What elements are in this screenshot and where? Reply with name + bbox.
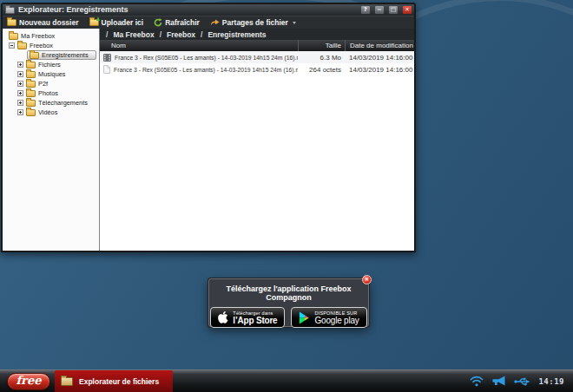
file-date: 14/03/2019 14:16:00 — [345, 54, 414, 62]
breadcrumb-separator: / — [106, 30, 108, 39]
column-header-nom[interactable]: Nom — [100, 40, 298, 51]
new-folder-button[interactable]: Nouveau dossier — [7, 18, 79, 27]
expand-icon[interactable] — [17, 90, 23, 96]
collapse-icon[interactable] — [9, 42, 15, 49]
help-button[interactable]: ? — [361, 6, 370, 14]
breadcrumb-separator: / — [160, 30, 161, 39]
breadcrumb-freebox[interactable]: Freebox — [167, 30, 195, 39]
tree-item-enregistrements[interactable]: Enregistrements — [3, 50, 99, 60]
folder-icon — [26, 71, 36, 78]
freebox-compagnon-popup: ✕ Téléchargez l'application Freebox Comp… — [208, 278, 369, 327]
expand-icon[interactable] — [17, 71, 23, 77]
refresh-button[interactable]: Rafraîchir — [154, 18, 200, 27]
file-size: 6.3 Mo — [298, 54, 345, 62]
minimize-button[interactable]: − — [375, 6, 384, 14]
share-icon — [210, 19, 220, 26]
main-panel: / Ma Freebox / Freebox / Enregistrements… — [100, 29, 414, 251]
popup-close-icon[interactable]: ✕ — [362, 275, 372, 284]
folder-icon — [9, 33, 18, 40]
expand-icon[interactable] — [17, 81, 23, 87]
tree-item-freebox[interactable]: Freebox — [3, 41, 99, 50]
window-titlebar[interactable]: Explorateur: Enregistrements ? − □ ✕ — [3, 4, 414, 16]
usb-icon[interactable] — [514, 376, 530, 387]
chevron-down-icon — [293, 22, 296, 24]
apple-icon — [218, 311, 228, 323]
breadcrumb-ma-freebox[interactable]: Ma Freebox — [113, 30, 154, 39]
table-row[interactable]: France 3 - Rex (S05E05 - Les amants) - 1… — [100, 51, 414, 63]
folder-icon — [17, 42, 27, 49]
wifi-icon[interactable] — [470, 376, 484, 387]
close-button[interactable]: ✕ — [403, 6, 412, 14]
file-icon — [103, 65, 110, 74]
table-header: Nom Taille Date de modification — [100, 40, 414, 51]
store-badges: Télécharger dans l’App Store DISPONIBLE … — [209, 307, 368, 328]
folder-icon — [26, 90, 36, 97]
window-title: Explorateur: Enregistrements — [18, 4, 356, 16]
upload-icon — [89, 19, 99, 26]
expand-icon[interactable] — [17, 62, 23, 68]
film-icon — [103, 54, 111, 62]
expand-icon[interactable] — [17, 100, 23, 106]
explorer-window: Explorateur: Enregistrements ? − □ ✕ Nou… — [1, 3, 416, 252]
file-name: France 3 - Rex (S05E05 - Les amants) - 1… — [115, 54, 298, 62]
file-name: France 3 - Rex (S05E05 - Les amants) - 1… — [114, 66, 298, 74]
desktop: Explorateur: Enregistrements ? − □ ✕ Nou… — [0, 0, 573, 392]
tree-item-telechargements[interactable]: Téléchargements — [3, 98, 99, 108]
tree-item-ma-freebox[interactable]: Ma Freebox — [3, 31, 99, 41]
breadcrumb-separator: / — [201, 30, 202, 39]
google-play-badge[interactable]: DISPONIBLE SUR Google play — [291, 307, 366, 328]
upload-here-button[interactable]: Uploader ici — [89, 18, 144, 27]
folder-tree: Ma Freebox Freebox Enregistrements — [3, 29, 100, 251]
google-play-icon — [299, 311, 310, 324]
table-row[interactable]: France 3 - Rex (S05E05 - Les amants) - 1… — [100, 63, 414, 75]
window-body: Ma Freebox Freebox Enregistrements — [3, 29, 414, 251]
popup-title: Téléchargez l'application Freebox Compag… — [209, 284, 368, 302]
free-menu-button[interactable]: free — [7, 373, 50, 390]
folder-icon — [26, 100, 36, 107]
breadcrumb: / Ma Freebox / Freebox / Enregistrements — [100, 29, 414, 40]
tree-item-photos[interactable]: Photos — [3, 88, 99, 98]
expand-icon[interactable] — [17, 109, 23, 115]
maximize-button[interactable]: □ — [389, 6, 398, 14]
megaphone-icon[interactable] — [491, 376, 506, 387]
file-list: France 3 - Rex (S05E05 - Les amants) - 1… — [100, 51, 414, 251]
column-header-taille[interactable]: Taille — [298, 40, 345, 51]
toolbar: Nouveau dossier Uploader ici Rafraîchir — [3, 16, 414, 29]
taskbar-item-explorateur[interactable]: Explorateur de fichiers — [55, 370, 173, 392]
folder-icon — [30, 52, 39, 59]
window-icon — [5, 7, 15, 14]
selected-highlight: Enregistrements — [27, 50, 96, 60]
new-folder-icon — [7, 19, 16, 26]
column-header-date[interactable]: Date de modification — [345, 40, 414, 51]
clock: 14:19 — [538, 377, 564, 386]
refresh-icon — [154, 18, 162, 27]
file-date: 14/03/2019 14:16:00 — [345, 66, 414, 74]
folder-icon — [61, 377, 73, 386]
folder-icon — [26, 62, 36, 69]
breadcrumb-enregistrements[interactable]: Enregistrements — [207, 30, 266, 39]
file-size: 264 octets — [298, 66, 345, 74]
tree-item-fichiers[interactable]: Fichiers — [3, 60, 99, 69]
system-tray: 14:19 — [470, 376, 564, 387]
tree-item-p2f[interactable]: P2f — [3, 79, 99, 88]
tree-item-musiques[interactable]: Musiques — [3, 69, 99, 79]
folder-icon — [26, 109, 36, 116]
folder-icon — [26, 81, 36, 88]
file-shares-button[interactable]: Partages de fichier — [210, 18, 296, 27]
app-store-badge[interactable]: Télécharger dans l’App Store — [210, 307, 285, 328]
taskbar: free Explorateur de fichiers — [0, 369, 573, 392]
tree-item-videos[interactable]: Vidéos — [3, 108, 99, 117]
